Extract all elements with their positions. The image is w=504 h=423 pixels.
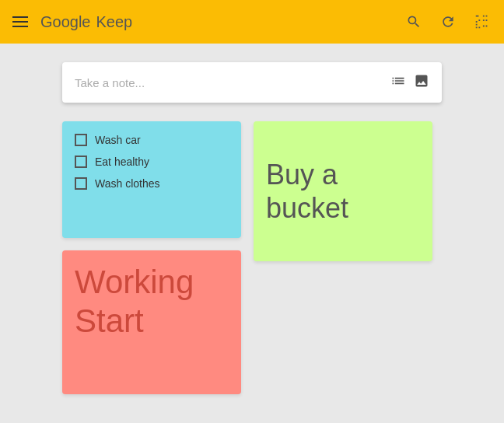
checklist-item-1: Wash car xyxy=(75,134,229,146)
app-header: Google Keep xyxy=(0,0,504,44)
image-icon[interactable] xyxy=(414,73,429,92)
working-start-text: Working Start xyxy=(75,263,229,341)
notes-grid: Wash car Eat healthy Wash clothes Workin… xyxy=(62,121,442,394)
checklist-label-eat-healthy: Eat healthy xyxy=(95,156,149,168)
checkbox-wash-clothes[interactable] xyxy=(75,177,87,190)
menu-icon[interactable] xyxy=(12,16,28,27)
checkbox-wash-car[interactable] xyxy=(75,134,87,146)
buy-bucket-note[interactable]: Buy a bucket xyxy=(254,121,432,261)
header-left: Google Keep xyxy=(12,13,132,31)
app-logo: Google Keep xyxy=(40,13,132,31)
logo-keep-text: Keep xyxy=(96,13,133,31)
main-content: Take a note... Wash car xyxy=(0,44,504,413)
checklist-item-3: Wash clothes xyxy=(75,177,229,190)
checklist-label-wash-car: Wash car xyxy=(95,134,141,146)
search-icon[interactable] xyxy=(404,12,423,31)
note-input-bar[interactable]: Take a note... xyxy=(62,62,442,103)
checklist-item-2: Eat healthy xyxy=(75,156,229,168)
working-start-note[interactable]: Working Start xyxy=(62,250,241,394)
refresh-icon[interactable] xyxy=(439,12,457,31)
notes-column-right: Buy a bucket xyxy=(254,121,432,261)
list-icon[interactable] xyxy=(390,73,406,92)
checklist-label-wash-clothes: Wash clothes xyxy=(95,177,160,190)
notes-column-left: Wash car Eat healthy Wash clothes Workin… xyxy=(62,121,241,394)
checklist-note[interactable]: Wash car Eat healthy Wash clothes xyxy=(62,121,241,238)
grid-view-icon[interactable] xyxy=(473,12,492,31)
header-right xyxy=(404,12,492,31)
checkbox-eat-healthy[interactable] xyxy=(75,156,87,168)
logo-google-text: Google xyxy=(40,13,91,31)
buy-bucket-text: Buy a bucket xyxy=(266,158,420,225)
note-input-actions xyxy=(390,73,429,92)
note-placeholder-text[interactable]: Take a note... xyxy=(75,76,390,89)
